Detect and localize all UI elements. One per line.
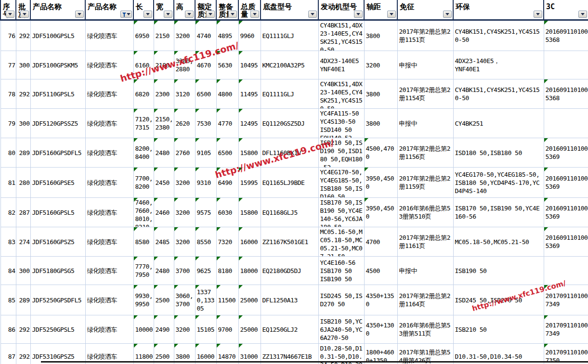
cell-rated-mass[interactable]: 8550 (195, 227, 216, 257)
filter-dropdown-button-chassis-model[interactable] (308, 11, 317, 18)
cell-width[interactable]: 2180 (154, 51, 174, 79)
filter-dropdown-button-index[interactable] (6, 11, 14, 18)
cell-index[interactable]: 84 (0, 257, 16, 285)
cell-batch[interactable]: 300 (16, 109, 30, 138)
cell-height[interactable]: 3200 (174, 198, 195, 227)
cell-length[interactable]: 9930,9950 (133, 285, 154, 315)
cell-engine-model[interactable]: YC4FA115-50 YC4S130-50 ISD140 50 EQH140-… (318, 109, 364, 138)
cell-batch[interactable]: 287 (16, 198, 30, 227)
cell-product-model[interactable]: JDF5100GPSKM5 (30, 51, 85, 79)
cell-length[interactable]: 6820 (133, 79, 154, 109)
cell-environmental[interactable]: ISB210 50 (453, 315, 544, 344)
cell-wheelbase[interactable]: 3950,4500 (364, 168, 397, 198)
cell-engine-model[interactable]: CY4BK151,4DX23-140E5,CY4SK251,YC4S150-50 (318, 79, 364, 109)
cell-environmental[interactable]: 4DX23-140E5， YNF40E1 (453, 51, 544, 79)
cell-environmental[interactable]: MC05.18-50,MC05.21-50 (453, 227, 544, 257)
filter-dropdown-button-3c[interactable] (578, 11, 587, 18)
cell-engine-model[interactable]: 4DX23-140E5 YNF40E1 (318, 51, 364, 79)
cell-chassis-model[interactable]: EQ1111GLJ (261, 79, 318, 109)
cell-environmental[interactable]: CY4BK151,CY4SK251,YC4S150-50 (453, 79, 544, 109)
cell-length[interactable]: 10000 (133, 315, 154, 344)
cell-width[interactable]: 2150,2380 (154, 109, 174, 138)
cell-height[interactable]: 3200 (174, 227, 195, 257)
cell-exemption[interactable]: 2017年第2册总第2册1151页 (397, 20, 453, 51)
cell-product-model[interactable]: JDF5250GPSL5 (30, 315, 85, 344)
cell-3c[interactable]: 2016091101005368 (544, 79, 588, 109)
cell-rated-mass[interactable]: 9625 (195, 257, 216, 285)
cell-rated-mass[interactable]: 4670 (195, 51, 216, 79)
cell-index[interactable]: 87 (0, 344, 16, 364)
cell-environmental[interactable]: ISD180 50,ISB180 50 (453, 138, 544, 168)
cell-length[interactable]: 8580 (133, 227, 154, 257)
cell-index[interactable]: 79 (0, 109, 16, 138)
cell-chassis-model[interactable]: EQ2180GD5DJ (261, 257, 318, 285)
cell-curb-mass[interactable]: 11500 (216, 285, 238, 315)
cell-exemption[interactable]: 2017年第2册总第2册1156页 (397, 138, 453, 168)
cell-total-mass[interactable]: 11495 (238, 79, 261, 109)
cell-height[interactable]: 2760 (174, 138, 195, 168)
cell-product-model[interactable]: JDF5120GPSSZ5 (30, 109, 85, 138)
cell-product-model[interactable]: JDF5160GPSE5 (30, 168, 85, 198)
cell-product-name[interactable]: 绿化喷洒车 (85, 227, 133, 257)
cell-engine-model[interactable]: ISD245 50,ISD270 50 (318, 285, 364, 315)
cell-rated-mass[interactable]: 9310 (195, 168, 216, 198)
cell-exemption[interactable]: 2017年第2册总第2册1154页 (397, 79, 453, 109)
cell-curb-mass[interactable]: 8180 (216, 257, 238, 285)
cell-wheelbase[interactable]: 3950,4500 (364, 198, 397, 227)
cell-product-model[interactable]: JDF5100GPSL5 (30, 20, 85, 51)
cell-environmental[interactable]: ISD245 50,ISD270 50 (453, 285, 544, 315)
column-header-index[interactable]: 序号 (0, 0, 16, 20)
column-header-exemption[interactable]: 免征 (397, 0, 453, 20)
cell-engine-model[interactable]: MC05.16-50,MC05.18-50,MC05.21-50,MC07.21… (318, 227, 364, 257)
cell-batch[interactable]: 300 (16, 257, 30, 285)
cell-index[interactable]: 85 (0, 285, 16, 315)
cell-index[interactable]: 80 (0, 138, 16, 168)
cell-product-model[interactable]: JDF5180GPSG5 (30, 257, 85, 285)
cell-index[interactable]: 76 (0, 20, 16, 51)
cell-3c[interactable] (544, 257, 588, 285)
cell-chassis-model[interactable]: ZZ1167K501GE1 (261, 227, 318, 257)
cell-wheelbase[interactable]: 4350+1350 (364, 285, 397, 315)
cell-total-mass[interactable]: 16000 (238, 227, 261, 257)
filter-dropdown-button-total-mass[interactable] (250, 11, 259, 18)
cell-environmental[interactable]: ISB170 50,ISB190 50,YC4E160-56 (453, 198, 544, 227)
cell-height[interactable]: 3120 (174, 79, 195, 109)
cell-chassis-model[interactable]: KMC2100A32P5 (261, 51, 318, 79)
cell-product-model[interactable]: JDF5110GPSL5 (30, 79, 85, 109)
cell-environmental[interactable]: ISB190 50 (453, 257, 544, 285)
cell-product-name[interactable]: 绿化喷洒车 (85, 168, 133, 198)
cell-product-name[interactable]: 绿化喷洒车 (85, 198, 133, 227)
cell-3c[interactable] (544, 51, 588, 79)
cell-3c[interactable]: 2016091101005369 (544, 198, 588, 227)
cell-exemption[interactable]: 申报中 (397, 257, 453, 285)
cell-exemption[interactable]: 2017年第2册总第2册1159页 (397, 168, 453, 198)
cell-3c[interactable]: 2016091101005369 (544, 227, 588, 257)
cell-chassis-model[interactable]: EQ1250GLJ2 (261, 315, 318, 344)
cell-total-mass[interactable]: 25000 (238, 285, 261, 315)
cell-engine-model[interactable]: ISB170 50,ISB190 50,YC4E140-56,YC6JA180-… (318, 198, 364, 227)
cell-chassis-model[interactable]: EQ1165LJ9BDE (261, 168, 318, 198)
cell-curb-mass[interactable]: 4770 (216, 109, 238, 138)
cell-product-name[interactable]: 绿化喷洒车 (85, 285, 133, 315)
cell-length[interactable]: 7700,8200 (133, 168, 154, 198)
cell-engine-model[interactable]: YC4E160-56 ISB170 50 ISB190 50 (318, 257, 364, 285)
cell-environmental[interactable]: CY4BK251 (453, 109, 544, 138)
cell-batch[interactable]: 292 (16, 79, 30, 109)
column-header-length[interactable]: 长 (133, 0, 154, 20)
cell-total-mass[interactable]: 12495 (238, 109, 261, 138)
column-header-3c[interactable]: 3C (544, 0, 588, 20)
cell-product-name[interactable]: 绿化喷洒车 (85, 79, 133, 109)
cell-total-mass[interactable]: 18000 (238, 257, 261, 285)
cell-rated-mass[interactable]: 13370,13305 (195, 285, 216, 315)
cell-curb-mass[interactable]: 4895 (216, 20, 238, 51)
filter-dropdown-button-height[interactable] (185, 11, 194, 18)
cell-height[interactable]: 3200 (174, 315, 195, 344)
cell-height[interactable]: 3200 (174, 168, 195, 198)
cell-total-mass[interactable]: 15995 (238, 168, 261, 198)
cell-batch[interactable]: 292 (16, 20, 30, 51)
cell-curb-mass[interactable]: 4800 (216, 79, 238, 109)
cell-curb-mass[interactable]: 5630 (216, 51, 238, 79)
cell-chassis-model[interactable]: DFL1160BX1V (261, 138, 318, 168)
cell-curb-mass[interactable]: 6490 (216, 168, 238, 198)
cell-index[interactable]: 86 (0, 315, 16, 344)
